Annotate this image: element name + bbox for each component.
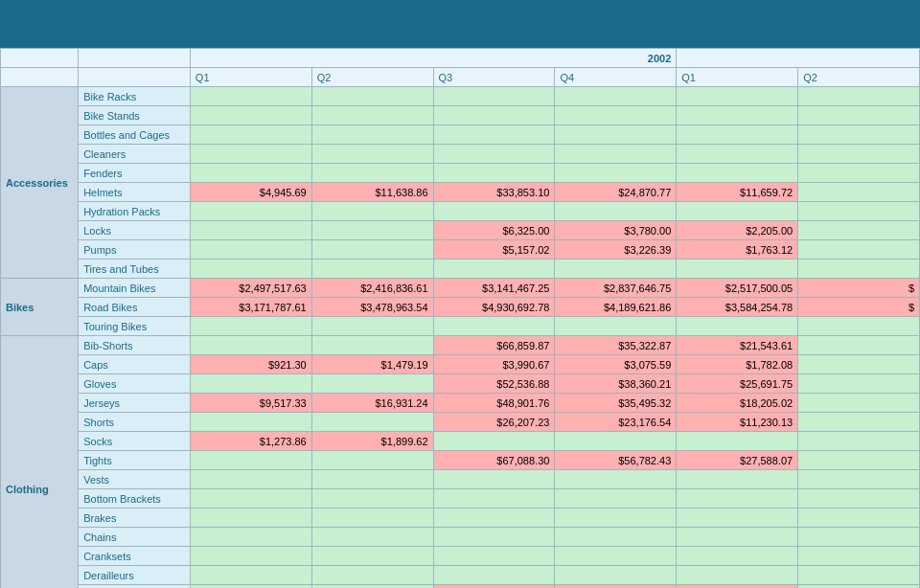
data-cell bbox=[433, 509, 555, 528]
product-cell: Helmets bbox=[79, 183, 191, 202]
data-cell bbox=[433, 489, 555, 509]
data-cell: $18,205.02 bbox=[677, 394, 798, 413]
q3-header: Q3 bbox=[433, 68, 555, 87]
table-row: Tights$67,088.30$56,782.43$27,588.07 bbox=[1, 451, 920, 470]
data-cell bbox=[311, 413, 433, 432]
data-cell bbox=[677, 202, 798, 221]
table-row: Pumps$5,157.02$3,226.39$1,763.12 bbox=[1, 240, 920, 260]
table-row: ClothingBib-Shorts$66,859.87$35,322.87$2… bbox=[1, 336, 920, 355]
data-cell bbox=[677, 470, 798, 489]
data-cell: $3,990.67 bbox=[433, 355, 555, 374]
table-row: Tires and Tubes bbox=[1, 260, 920, 279]
data-cell bbox=[190, 336, 311, 355]
data-cell bbox=[433, 164, 555, 183]
data-cell bbox=[677, 317, 798, 336]
data-cell bbox=[555, 489, 677, 509]
data-cell bbox=[798, 336, 920, 355]
data-cell bbox=[190, 202, 311, 221]
table-row: Brakes bbox=[1, 509, 920, 528]
product-cell: Forks bbox=[79, 585, 191, 589]
data-cell bbox=[677, 145, 798, 164]
data-cell bbox=[311, 374, 433, 394]
data-cell: $2,416,836.61 bbox=[311, 279, 433, 298]
data-cell: $11,638.86 bbox=[311, 183, 433, 202]
data-cell bbox=[311, 585, 433, 589]
data-cell: $4,945.69 bbox=[190, 183, 311, 202]
main-table-panel[interactable]: 2002 Q1 Q2 Q3 Q4 Q1 Q2 Accesso bbox=[0, 48, 920, 588]
table-row: Bottles and Cages bbox=[1, 125, 920, 145]
data-cell: $16,931.24 bbox=[311, 394, 433, 413]
data-cell bbox=[311, 125, 433, 145]
data-cell bbox=[433, 317, 555, 336]
product-cell: Road Bikes bbox=[79, 298, 191, 317]
data-cell bbox=[677, 528, 798, 547]
data-cell: $11,230.13 bbox=[677, 413, 798, 432]
product-cell: Bib-Shorts bbox=[79, 336, 191, 355]
table-body: AccessoriesBike RacksBike StandsBottles … bbox=[1, 87, 920, 589]
cat-header bbox=[1, 68, 79, 87]
data-cell bbox=[555, 547, 677, 566]
data-cell: $21,543.61 bbox=[677, 336, 798, 355]
data-cell bbox=[798, 566, 920, 585]
data-cell: $2,205.00 bbox=[677, 221, 798, 240]
data-cell bbox=[311, 87, 433, 106]
prod-header bbox=[79, 68, 191, 87]
product-cell: Mountain Bikes bbox=[79, 279, 191, 298]
table-row: Derailleurs bbox=[1, 566, 920, 585]
category-cell: Clothing bbox=[1, 336, 79, 589]
category-cell: Bikes bbox=[1, 279, 79, 336]
product-cell: Jerseys bbox=[79, 394, 191, 413]
data-cell: $4,930,692.78 bbox=[433, 298, 555, 317]
data-cell bbox=[311, 566, 433, 585]
data-cell bbox=[798, 260, 920, 279]
data-cell bbox=[190, 585, 311, 589]
data-cell bbox=[190, 240, 311, 260]
table-row: Touring Bikes bbox=[1, 317, 920, 336]
product-cell: Bike Stands bbox=[79, 106, 191, 125]
data-cell bbox=[190, 489, 311, 509]
data-cell: $1,273.86 bbox=[190, 432, 311, 451]
data-cell: $66,859.87 bbox=[433, 336, 555, 355]
data-cell: $4,189,621.86 bbox=[555, 298, 677, 317]
data-cell: $24,870.77 bbox=[555, 183, 677, 202]
table-row: Cranksets bbox=[1, 547, 920, 566]
data-cell bbox=[190, 509, 311, 528]
data-cell bbox=[798, 202, 920, 221]
app-title bbox=[0, 0, 920, 48]
data-cell bbox=[190, 87, 311, 106]
table-row: Cleaners bbox=[1, 145, 920, 164]
q2-header: Q2 bbox=[311, 68, 433, 87]
product-cell: Cranksets bbox=[79, 547, 191, 566]
data-cell bbox=[798, 413, 920, 432]
q2b-header: Q2 bbox=[798, 68, 920, 87]
data-cell bbox=[555, 145, 677, 164]
data-cell: $11,659.72 bbox=[677, 183, 798, 202]
table-row: Jerseys$9,517.33$16,931.24$48,901.76$35,… bbox=[1, 394, 920, 413]
prod-corner bbox=[79, 49, 191, 68]
data-cell bbox=[311, 202, 433, 221]
data-cell bbox=[311, 528, 433, 547]
table-row: Fenders bbox=[1, 164, 920, 183]
data-cell: $33,853.10 bbox=[433, 183, 555, 202]
table-row: Vests bbox=[1, 470, 920, 489]
table-row: Road Bikes$3,171,787.61$3,478,963.54$4,9… bbox=[1, 298, 920, 317]
data-cell bbox=[190, 413, 311, 432]
data-cell bbox=[677, 106, 798, 125]
data-cell bbox=[798, 394, 920, 413]
data-cell bbox=[433, 470, 555, 489]
data-cell bbox=[433, 125, 555, 145]
data-cell bbox=[433, 566, 555, 585]
data-cell bbox=[798, 451, 920, 470]
data-cell bbox=[677, 489, 798, 509]
data-cell bbox=[798, 489, 920, 509]
table-row: BikesMountain Bikes$2,497,517.63$2,416,8… bbox=[1, 279, 920, 298]
data-cell bbox=[555, 432, 677, 451]
table-row: Gloves$52,536.88$38,360.21$25,691.75 bbox=[1, 374, 920, 394]
data-cell bbox=[311, 240, 433, 260]
table-row: Shorts$26,207.23$23,176.54$11,230.13 bbox=[1, 413, 920, 432]
data-cell: $3,171,787.61 bbox=[190, 298, 311, 317]
data-cell: $2,517,500.05 bbox=[677, 279, 798, 298]
data-cell: $26,166.78 bbox=[433, 585, 555, 589]
data-cell bbox=[555, 566, 677, 585]
table-row: Helmets$4,945.69$11,638.86$33,853.10$24,… bbox=[1, 183, 920, 202]
